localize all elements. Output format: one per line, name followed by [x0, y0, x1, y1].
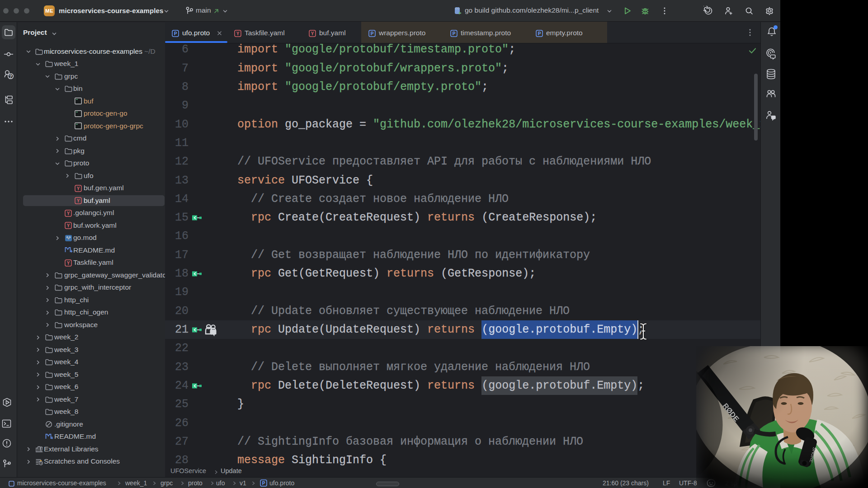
svg-text:Y: Y: [77, 186, 80, 191]
svg-text:?: ?: [9, 74, 12, 79]
svg-text:Y: Y: [67, 261, 70, 266]
svg-text:P: P: [453, 31, 456, 36]
svg-text:P: P: [538, 31, 541, 36]
svg-text:Y: Y: [77, 198, 80, 203]
svg-text:P: P: [174, 31, 177, 36]
svg-text:Y: Y: [67, 211, 70, 216]
svg-text:P: P: [371, 31, 374, 36]
svg-text:Y: Y: [236, 31, 240, 36]
svg-text:P: P: [262, 481, 265, 486]
svg-text:Y: Y: [67, 223, 70, 228]
svg-text:Y: Y: [311, 31, 314, 36]
